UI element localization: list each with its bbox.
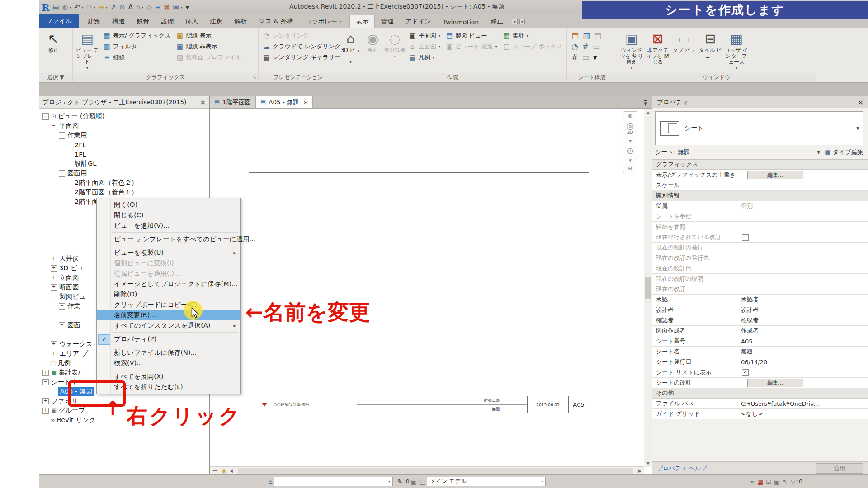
property-row-従属[interactable]: 従属個別 [652, 201, 868, 211]
open-views-list-icon[interactable]: ▼ [644, 100, 647, 106]
menu-item-イメージとしてプロジェクトに保存(M)...[interactable]: イメージとしてプロジェクトに保存(M)... [97, 279, 240, 289]
property-row-詳細を参照[interactable]: 詳細を参照 [652, 222, 868, 232]
ribbon-button-drafting-view-icon[interactable]: ▤製図 ビュー [446, 31, 497, 40]
collapse-icon[interactable]: − [51, 294, 57, 300]
expand-icon[interactable]: + [51, 265, 57, 272]
menu-item-名前変更(R)...[interactable]: 名前変更(R)... [97, 310, 240, 320]
section-icon[interactable]: ◇ [147, 4, 152, 11]
menu-item-ビューを追加(V)...[interactable]: ビューを追加(V)... [97, 221, 240, 231]
properties-help-link[interactable]: プロパティ ヘルプ [657, 465, 707, 473]
ribbon-button-tile-views-icon[interactable]: ⊟タイル ビュー [698, 30, 723, 59]
select-underlay-icon[interactable]: ▦ [757, 478, 763, 485]
open-document-icon[interactable]: ▤ [52, 4, 59, 11]
property-row-承認[interactable]: 承認承認者 [652, 295, 868, 305]
checkbox-unchecked[interactable] [742, 234, 749, 241]
ribbon-tab-修正[interactable]: 修正 [485, 15, 509, 28]
ribbon-button-user-interface-icon[interactable]: ▦ユーザ インターフェース▾ [724, 30, 749, 70]
tree-item-ビュー (分類順)[interactable]: −⊡ビュー (分類順) [39, 112, 209, 121]
tree-item-2階平面図（着色１）[interactable]: 2階平面図（着色１） [39, 188, 209, 197]
expand-icon[interactable]: + [42, 398, 49, 404]
reveal-hidden-elements-icon[interactable]: ◉ [222, 468, 226, 474]
property-row-シート番号[interactable]: シート番号A05 [652, 336, 868, 347]
tree-item-2階平面図（着色２）[interactable]: 2階平面図（着色２） [39, 178, 209, 188]
horizontal-scrollbar[interactable]: ▭◉ ◀ ▶ [210, 466, 644, 475]
vertical-scroll-thumb[interactable] [645, 277, 651, 299]
ribbon-button-callout-icon[interactable]: ◌部分詳細▾ [384, 30, 406, 58]
sheet-issues-icon[interactable]: ▤ [594, 32, 601, 40]
property-row-シート リストに表示[interactable]: シート リストに表示✓ [652, 367, 868, 378]
tree-item-2FL[interactable]: 2FL [39, 140, 209, 150]
collapse-icon[interactable]: − [42, 379, 49, 385]
sheet-view[interactable]: ○○建築設計事務所 新築工事 無題 2015.06.05 A05 [249, 172, 589, 413]
ribbon-tab-コラボレート[interactable]: コラボレート [299, 15, 350, 28]
tree-item-平面図[interactable]: −平面図 [39, 121, 209, 131]
tree-item-図面用[interactable]: −図面用 [39, 169, 209, 178]
scroll-right-icon[interactable]: ▶ [638, 469, 642, 473]
view-tab-1階平面図[interactable]: ▤1階平面図 [210, 96, 256, 108]
switch-windows-icon-dropdown[interactable]: ▾ [180, 5, 182, 9]
edit-type-button[interactable]: ▦ タイプ編集 [825, 148, 863, 156]
ribbon-button-default-3d-view-icon[interactable]: ⌂3D ビュー▾ [340, 30, 361, 64]
expand-icon[interactable]: + [51, 256, 57, 262]
ribbon-button-render-icon[interactable]: ◔レンダリング [263, 31, 340, 40]
project-browser-header[interactable]: プロジェクト ブラウザ - 二上Exercise0307(2015) × [39, 96, 209, 109]
guide-grid-icon[interactable]: # [582, 42, 589, 51]
ribbon-tab-構造[interactable]: 構造 [106, 15, 131, 28]
ribbon-button-section-icon[interactable]: ◉断面 [362, 30, 383, 53]
collapse-icon[interactable]: − [59, 322, 65, 328]
default-3d-view-icon[interactable]: ⌂ [136, 4, 141, 11]
ribbon-tab-管理[interactable]: 管理 [375, 15, 399, 28]
expand-icon[interactable]: + [51, 275, 57, 281]
edit-button[interactable]: 編集... [747, 171, 803, 179]
qat-customize-icon[interactable]: ▾ [185, 4, 189, 11]
menu-item-新しいファイルに保存(N)...[interactable]: 新しいファイルに保存(N)... [97, 347, 240, 358]
close-icon[interactable]: × [200, 99, 206, 107]
ribbon-tab-鉄骨[interactable]: 鉄骨 [131, 15, 155, 28]
type-selector[interactable]: シート ▼ [655, 111, 863, 145]
ribbon-tab-注釈[interactable]: 注釈 [204, 15, 228, 28]
menu-item-プロパティ(P)[interactable]: プロパティ(P)✓ [97, 334, 240, 344]
undo-icon-dropdown[interactable]: ▾ [81, 5, 83, 9]
ribbon-button-scope-box-icon[interactable]: □スコープ ボックス [503, 42, 562, 51]
ribbon-tab-建築[interactable]: 建築 [82, 15, 106, 28]
ribbon-tab-解析[interactable]: 解析 [228, 15, 253, 28]
scale-icon[interactable]: ▭ [212, 468, 217, 474]
property-row-現在の改訂の発行[interactable]: 現在の改訂の発行 [652, 243, 868, 253]
matchline-icon[interactable]: # [571, 53, 578, 62]
expand-icon[interactable]: + [51, 284, 57, 291]
ribbon-cycle-icon[interactable]: ▾ [512, 19, 518, 24]
collapse-icon[interactable]: − [59, 170, 65, 177]
ribbon-display-options[interactable]: ▾▾ [512, 19, 525, 28]
ribbon-button-filter-icon[interactable]: ▥フィルタ [103, 42, 171, 51]
property-row-表示/グラフィックスの上書き[interactable]: 表示/グラフィックスの上書き編集... [652, 170, 868, 180]
expand-icon[interactable]: + [42, 370, 49, 376]
menu-item-削除(D)[interactable]: 削除(D) [97, 289, 240, 300]
steering-wheel-2d-label[interactable]: 2D [627, 129, 633, 136]
property-row-現在の改訂の説明[interactable]: 現在の改訂の説明 [652, 274, 868, 284]
expand-icon[interactable]: + [42, 408, 49, 414]
tag-icon[interactable]: ⊙ [119, 4, 125, 11]
sync-with-central-icon-dropdown[interactable]: ▾ [70, 5, 71, 9]
selection-filter-icon[interactable]: ▽ [791, 478, 796, 485]
ribbon-button-cut-profile-icon[interactable]: ▨切断面 プロファイル [176, 53, 242, 62]
navbar-collapse-icon[interactable]: ⊖ [628, 165, 633, 172]
redo-icon-dropdown[interactable]: ▾ [94, 5, 95, 9]
viewport-icon[interactable]: ▭ [593, 42, 600, 51]
ribbon-button-remove-hidden-lines-icon[interactable]: ▣隠線 非表示 [176, 42, 242, 51]
ribbon-tab-Twinmotion[interactable]: Twinmotion [437, 16, 485, 28]
close-tab-icon[interactable]: × [303, 99, 308, 106]
ribbon-button-view-template-icon[interactable]: ▤ビュー テンプレート▾ [75, 30, 100, 70]
menu-item-ビューを複製(U)[interactable]: ビューを複製(U)▸ [97, 248, 240, 258]
property-row-現在の改訂日[interactable]: 現在の改訂日 [652, 263, 868, 274]
property-section-その他[interactable]: その他 [652, 388, 868, 399]
property-row-ガイド グリッド[interactable]: ガイド グリッド<なし> [652, 409, 868, 419]
design-options-combobox[interactable]: メイン モデル▾ [427, 477, 546, 486]
collapse-icon[interactable]: − [59, 132, 65, 139]
menu-item-検索(V)...[interactable]: 検索(V)... [97, 358, 240, 368]
measure-icon-dropdown[interactable]: ▾ [106, 5, 108, 9]
property-section-識別情報[interactable]: 識別情報 [652, 191, 868, 201]
editable-only-icon[interactable]: ✎ [397, 478, 403, 485]
property-row-図面作成者[interactable]: 図面作成者作成者 [652, 326, 868, 336]
scroll-down-icon[interactable]: ▼ [644, 460, 652, 467]
ribbon-button-render-gallery-icon[interactable]: ▦レンダリング ギャラリー [263, 53, 340, 62]
